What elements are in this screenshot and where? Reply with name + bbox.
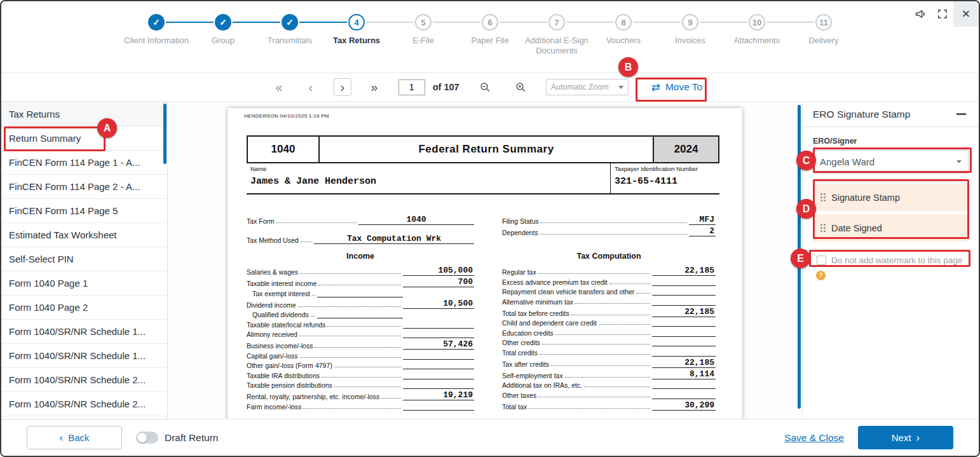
move-to-button[interactable]: ⇄ Move To [644, 78, 711, 97]
form-row: Tax Method Used Tax Computation Wrk [247, 234, 474, 244]
wizard-step[interactable]: 10 ✓ Attachments [724, 14, 791, 57]
next-button[interactable]: Next › [858, 426, 953, 449]
prev-page-button[interactable]: ‹ [302, 78, 320, 96]
form-row-label: Total tax before credits [502, 310, 569, 317]
dotted-leader [322, 377, 401, 378]
form-row-label: Qualified dividends [247, 311, 309, 318]
wizard-step[interactable]: 1 ✓ Client Information [123, 14, 190, 57]
drag-handle-icon [820, 224, 822, 226]
watermark-checkbox[interactable] [817, 256, 826, 265]
dotted-leader [327, 326, 401, 327]
dotted-leader [636, 293, 650, 294]
form-row-value: 8,114 [652, 369, 716, 379]
wizard-step[interactable]: 9 ✓ Invoices [657, 14, 724, 57]
page-number-input[interactable] [398, 79, 425, 95]
form-row-label: Taxable pension distributions [247, 381, 332, 389]
watermark-option[interactable]: Do not add watermark to this page [813, 256, 969, 265]
wizard-step[interactable]: 6 ✓ Paper File [457, 14, 524, 57]
draft-return-label: Draft Return [165, 432, 218, 444]
fullscreen-icon[interactable] [932, 1, 953, 27]
zoom-in-icon[interactable] [510, 78, 532, 96]
ero-signer-label: ERO/Signer [813, 137, 969, 146]
sidebar-item[interactable]: Form 1040/SR/NR Schedule 1... [1, 344, 167, 368]
sidebar-scrollbar[interactable] [163, 104, 167, 164]
form-row-label: Tax exempt interest [247, 290, 310, 297]
step-circle: 7 ✓ [548, 14, 565, 31]
zoom-out-icon[interactable] [475, 78, 496, 96]
ero-signer-select[interactable]: Angela Ward [813, 150, 969, 174]
first-page-button[interactable]: « [270, 78, 288, 96]
form-row-value [403, 410, 474, 411]
sidebar-item[interactable]: FinCEN Form 114 Page 1 - A... [1, 151, 167, 175]
sidebar-item[interactable]: FinCEN Form 114 Page 2 - A... [1, 175, 167, 199]
step-circle: 10 ✓ [749, 14, 765, 31]
dotted-leader [301, 242, 312, 242]
wizard-header: 1 ✓ Client Information 2 ✓ Group [1, 1, 979, 72]
viewer-scrollbar[interactable] [798, 105, 801, 409]
signature-stamp-item[interactable]: Signature Stamp [813, 184, 969, 211]
dotted-leader [529, 408, 650, 409]
sidebar-item[interactable]: Form 1040/SR/NR Schedule 2... [1, 392, 167, 416]
step-number: 10 [752, 18, 761, 27]
form-row-value [652, 399, 716, 399]
form-row-value [403, 379, 474, 379]
sidebar-item[interactable]: Form 1040 Page 1 [1, 271, 167, 296]
step-circle: 11 ✓ [815, 14, 832, 31]
form-row: Dividend income 10,500 [247, 299, 474, 309]
sidebar-item[interactable]: FinCEN Form 114 Page 5 [1, 199, 167, 223]
form-row-value: 22,185 [652, 358, 716, 368]
form-row-label: Filing Status [502, 217, 539, 225]
wizard-step[interactable]: 5 ✓ E-File [390, 14, 457, 57]
form-row-label: Business income/-loss [247, 342, 313, 350]
form-row-label: Other taxes [502, 392, 536, 399]
step-connector [633, 22, 681, 23]
back-button[interactable]: ‹ Back [27, 426, 122, 449]
next-page-button[interactable]: › [334, 78, 351, 96]
form-row: Education credits [502, 328, 716, 337]
sidebar-item[interactable]: Self-Select PIN [1, 247, 167, 271]
step-circle: 3 ✓ [282, 14, 298, 31]
draft-return-toggle[interactable] [136, 432, 158, 444]
date-signed-item[interactable]: Date Signed [813, 214, 969, 242]
check-icon: ✓ [286, 17, 294, 27]
form-row: Other gain/-loss (Form 4797) [247, 361, 474, 370]
step-connector [700, 22, 747, 23]
sidebar-item[interactable]: Return Summary [1, 126, 167, 151]
sidebar-item[interactable]: Form 1040/SR/NR Schedule 1... [1, 320, 167, 344]
footer-bar: ‹ Back Draft Return Save & Close Next › [1, 419, 979, 456]
chevron-down-icon [618, 86, 623, 89]
wizard-step[interactable]: 8 ✓ Vouchers [590, 14, 657, 57]
wizard-step[interactable]: 3 ✓ Transmittals [257, 14, 323, 57]
check-icon: ✓ [153, 17, 160, 27]
dotted-leader [555, 334, 650, 335]
form-row-label: Alimony received [247, 331, 297, 338]
form-row-label: Farm income/-loss [247, 403, 301, 411]
help-icon[interactable]: ? [816, 271, 826, 280]
document-stamp: HENDERSON 04/10/2025 1:19 PM [244, 113, 719, 119]
form-row: Regular tax 22,185 [502, 266, 716, 276]
sidebar-item[interactable]: Form 1040/SR/NR Schedule 2... [1, 368, 167, 392]
step-circle: 6 ✓ [482, 14, 498, 31]
form-row-label: Taxable IRA distributions [247, 372, 320, 379]
wizard-step[interactable]: 7 ✓ Additional E-Sign Documents [524, 14, 590, 57]
announcement-icon[interactable] [910, 1, 932, 27]
wizard-step[interactable]: 11 ✓ Delivery [791, 14, 857, 57]
step-number: 5 [421, 18, 425, 27]
wizard-step[interactable]: 4 ✓ Tax Returns [323, 14, 390, 57]
signature-stamp-label: Signature Stamp [831, 193, 900, 203]
save-and-close-link[interactable]: Save & Close [784, 432, 844, 444]
wizard-step[interactable]: 2 ✓ Group [190, 14, 257, 57]
zoom-level-select[interactable]: Automatic Zoom [546, 79, 629, 95]
sidebar-item[interactable]: Form 1040 Page 2 [1, 296, 167, 320]
collapse-panel-button[interactable] [954, 111, 969, 118]
last-page-button[interactable]: » [365, 78, 383, 96]
sidebar-item[interactable]: Estimated Tax Worksheet [1, 223, 167, 247]
form-row-value: 57,426 [403, 339, 474, 350]
form-row-label: Taxable state/local refunds [247, 321, 325, 329]
form-top-section: Tax Form 1040 Tax Method Used Tax Comput… [247, 215, 719, 245]
dotted-leader [542, 344, 650, 344]
name-value: James & Jane Henderson [250, 176, 606, 187]
step-number: 6 [487, 18, 492, 27]
close-button[interactable]: × [953, 1, 979, 27]
form-row: Capital gain/-loss [247, 351, 474, 360]
